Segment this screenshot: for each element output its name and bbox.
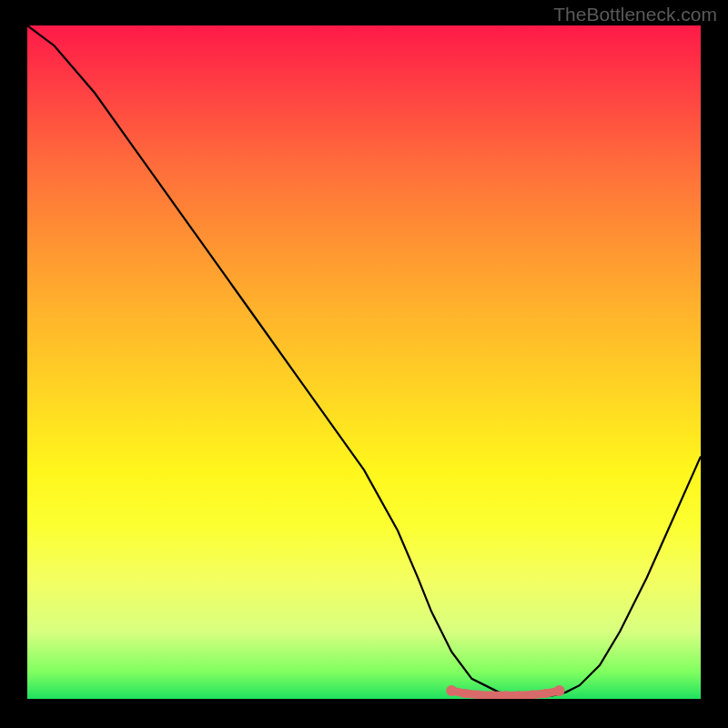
watermark-text: TheBottleneck.com — [553, 4, 717, 25]
optimal-zone-markers — [446, 685, 564, 699]
bottleneck-curve — [27, 25, 701, 695]
plot-area — [27, 25, 701, 699]
optimal-point — [460, 689, 470, 698]
optimal-point — [446, 685, 457, 696]
optimal-point — [554, 685, 565, 696]
chart-svg — [27, 25, 701, 699]
optimal-point — [541, 689, 551, 698]
